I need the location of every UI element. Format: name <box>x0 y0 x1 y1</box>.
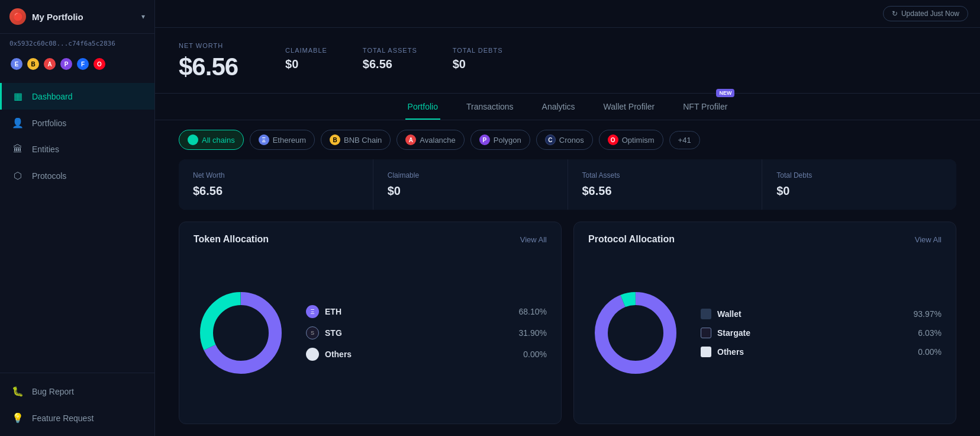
token-view-all[interactable]: View All <box>520 235 547 244</box>
net-worth-value: $6.56 <box>179 53 238 81</box>
net-worth-label: NET WORTH <box>179 42 238 49</box>
chain-pill-more[interactable]: +41 <box>669 131 700 149</box>
stat-card-claimable: Claimable $0 <box>373 159 568 210</box>
legend-label-others: Others <box>325 350 517 359</box>
tab-portfolio[interactable]: Portfolio <box>405 94 440 120</box>
net-worth-main: NET WORTH $6.56 <box>179 42 238 81</box>
legend-item-proto-others: Others 0.00% <box>701 347 942 357</box>
chain-pill-avalanche[interactable]: A Avalanche <box>396 130 464 150</box>
protocol-view-all[interactable]: View All <box>915 235 942 244</box>
total-debts-label: TOTAL DEBTS <box>453 47 503 54</box>
ethereum-icon: Ξ <box>259 134 269 145</box>
chevron-down-icon: ▾ <box>141 12 145 21</box>
portfolio-icon: 🔴 <box>9 8 26 25</box>
tab-transactions[interactable]: Transactions <box>464 94 516 120</box>
tab-nft-profiler[interactable]: NFT Profiler NEW <box>681 94 730 120</box>
tab-wallet-profiler[interactable]: Wallet Profiler <box>601 94 657 120</box>
total-assets-label: TOTAL ASSETS <box>363 47 417 54</box>
portfolio-header[interactable]: 🔴 My Portfolio ▾ <box>0 0 154 34</box>
portfolios-icon: 👤 <box>12 117 24 129</box>
all-chains-icon: ✦ <box>188 134 198 145</box>
sidebar-item-label: Dashboard <box>32 92 73 101</box>
chain-pill-ethereum[interactable]: Ξ Ethereum <box>250 130 315 150</box>
sidebar-item-bug-report[interactable]: 🐛 Bug Report <box>0 378 154 405</box>
entities-icon: 🏛 <box>12 144 24 155</box>
new-badge: NEW <box>716 89 734 97</box>
chain-filter: ✦ All chains Ξ Ethereum B BNB Chain A Av… <box>155 120 980 159</box>
chain-pill-cronos[interactable]: C Cronos <box>536 130 593 150</box>
main-content: ↻ Updated Just Now NET WORTH $6.56 CLAIM… <box>155 0 980 436</box>
protocol-allocation-header: Protocol Allocation View All <box>588 234 942 245</box>
stat-total-debts: TOTAL DEBTS $0 <box>453 47 503 71</box>
total-debts-value: $0 <box>453 57 503 71</box>
proto-others-legend-icon <box>701 347 711 357</box>
sidebar-nav: ▦ Dashboard 👤 Portfolios 🏛 Entities ⬡ Pr… <box>0 78 154 436</box>
chain-avatar-bnb: B <box>26 57 40 71</box>
sidebar-item-label: Feature Request <box>32 413 94 423</box>
updated-text: Updated Just Now <box>901 9 959 18</box>
legend-pct-eth: 68.10% <box>519 307 547 316</box>
refresh-icon: ↻ <box>892 9 898 18</box>
legend-item-others: Others 0.00% <box>306 348 547 361</box>
stat-card-total-assets: Total Assets $6.56 <box>568 159 762 210</box>
stargate-legend-icon <box>701 328 711 338</box>
stat-card-value: $0 <box>388 184 553 198</box>
net-worth-section: NET WORTH $6.56 CLAIMABLE $0 TOTAL ASSET… <box>155 28 980 94</box>
total-assets-value: $6.56 <box>363 57 417 71</box>
legend-pct-proto-others: 0.00% <box>918 347 942 357</box>
token-allocation-header: Token Allocation View All <box>194 234 547 245</box>
legend-item-stg: S STG 31.90% <box>306 326 547 339</box>
sidebar-item-protocols[interactable]: ⬡ Protocols <box>0 162 154 189</box>
svg-point-4 <box>601 299 670 367</box>
chain-label-ethereum: Ethereum <box>273 136 306 145</box>
chain-avatar-avax: A <box>43 57 57 71</box>
sidebar-item-label: Portfolios <box>32 118 66 128</box>
stat-card-value: $6.56 <box>582 184 748 198</box>
bnb-icon: B <box>330 134 340 145</box>
chain-pill-bnb[interactable]: B BNB Chain <box>321 130 391 150</box>
chain-pill-optimism[interactable]: O Optimism <box>599 130 663 150</box>
protocol-allocation-title: Protocol Allocation <box>588 234 675 245</box>
feature-request-icon: 💡 <box>12 412 24 424</box>
stat-card-value: $0 <box>776 184 942 198</box>
legend-item-stargate: Stargate 6.03% <box>701 328 942 338</box>
sidebar-item-dashboard[interactable]: ▦ Dashboard <box>0 83 154 110</box>
tab-nft-profiler-label: NFT Profiler <box>683 102 727 111</box>
claimable-label: CLAIMABLE <box>285 47 327 54</box>
protocol-legend: Wallet 93.97% Stargate 6.03% Others 0.00… <box>701 309 942 357</box>
others-legend-icon <box>306 348 319 361</box>
sidebar-bottom: 🐛 Bug Report 💡 Feature Request <box>0 373 154 436</box>
legend-pct-stargate: 6.03% <box>918 328 942 338</box>
chain-label-optimism: Optimism <box>622 136 655 145</box>
token-donut-svg <box>194 286 288 380</box>
stat-card-label: Total Assets <box>582 171 748 179</box>
bug-report-icon: 🐛 <box>12 386 24 397</box>
token-legend: Ξ ETH 68.10% S STG 31.90% Others 0.00% <box>306 305 547 361</box>
cronos-icon: C <box>545 134 556 145</box>
legend-item-eth: Ξ ETH 68.10% <box>306 305 547 318</box>
token-allocation-card: Token Allocation View All Ξ <box>179 222 562 424</box>
sidebar-item-portfolios[interactable]: 👤 Portfolios <box>0 110 154 136</box>
sidebar-item-entities[interactable]: 🏛 Entities <box>0 136 154 162</box>
tabs-section: Portfolio Transactions Analytics Wallet … <box>155 94 980 120</box>
sidebar-item-label: Entities <box>32 145 59 154</box>
stat-claimable: CLAIMABLE $0 <box>285 47 327 71</box>
token-allocation-content: Ξ ETH 68.10% S STG 31.90% Others 0.00% <box>194 254 547 412</box>
sidebar-item-feature-request[interactable]: 💡 Feature Request <box>0 405 154 431</box>
legend-item-wallet: Wallet 93.97% <box>701 309 942 319</box>
legend-pct-wallet: 93.97% <box>914 309 942 319</box>
portfolio-name-label: My Portfolio <box>32 12 83 22</box>
chain-pill-polygon[interactable]: P Polygon <box>470 130 530 150</box>
avalanche-icon: A <box>405 134 416 145</box>
dashboard-icon: ▦ <box>12 91 24 102</box>
stat-card-label: Total Debts <box>776 171 942 179</box>
chain-pill-all[interactable]: ✦ All chains <box>179 130 244 150</box>
eth-legend-icon: Ξ <box>306 305 319 318</box>
allocation-section: Token Allocation View All Ξ <box>155 210 980 436</box>
updated-badge[interactable]: ↻ Updated Just Now <box>883 6 968 21</box>
chain-avatar-op: O <box>92 57 107 71</box>
tab-analytics[interactable]: Analytics <box>540 94 578 120</box>
stat-card-net-worth: Net Worth $6.56 <box>179 159 373 210</box>
sidebar: 🔴 My Portfolio ▾ 0x5932c60c08...c74f6a5c… <box>0 0 155 436</box>
protocol-allocation-content: Wallet 93.97% Stargate 6.03% Others 0.00… <box>588 254 942 412</box>
